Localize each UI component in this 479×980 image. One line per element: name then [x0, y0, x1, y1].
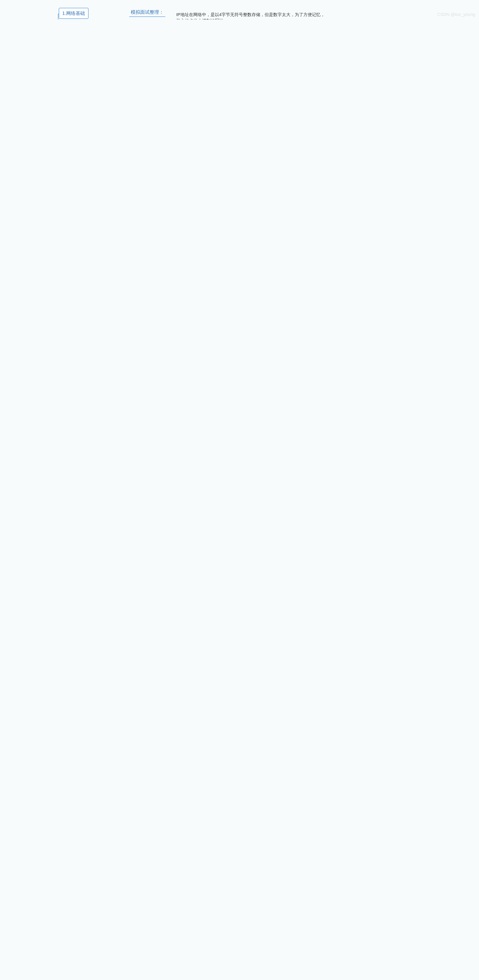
watermark: CSDN @too_young	[437, 11, 475, 18]
node-net-basic: 1.网络基础	[59, 8, 89, 19]
text-ip-concept: IP地址在网络中，是以4字节无符号整数存储，但是数字太大，为了方便记忆，引入的点…	[176, 12, 325, 20]
node-mem: 模拟面试整理：	[129, 8, 165, 17]
conn-1	[58, 14, 59, 14]
conn-trunk	[58, 14, 59, 20]
